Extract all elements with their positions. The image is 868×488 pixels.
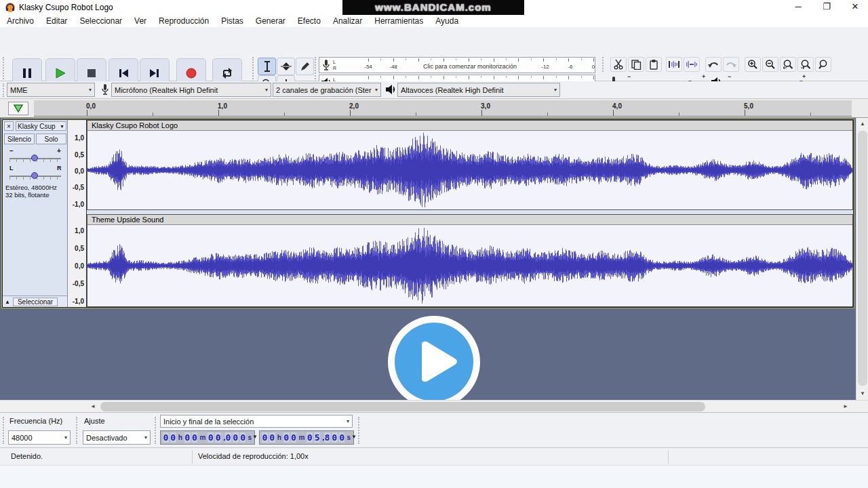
time-digit[interactable]: 0	[307, 432, 313, 443]
undo-button[interactable]	[705, 57, 722, 72]
monitoring-message[interactable]: Clic para comenzar monitorización	[423, 63, 517, 70]
scroll-down-icon[interactable]: ▼	[856, 388, 868, 400]
time-digit[interactable]: 0	[208, 432, 214, 443]
menu-ver[interactable]: Ver	[134, 16, 146, 26]
menu-ayuda[interactable]: Ayuda	[435, 16, 458, 26]
restore-button[interactable]: ❐	[815, 0, 838, 15]
time-grip	[358, 417, 359, 444]
selection-start-field[interactable]: 00h00m00.000s	[160, 430, 255, 445]
close-button[interactable]: ✕	[844, 0, 867, 15]
vertical-scroll-thumb[interactable]	[858, 131, 867, 386]
horizontal-scroll-thumb[interactable]	[100, 402, 705, 411]
time-digit[interactable]: 0	[291, 432, 297, 443]
solo-button[interactable]: Solo	[36, 134, 66, 144]
vertical-scale-ruler[interactable]: 1,0 0,5 0,0 -0,5 -1,0 1,0 0,5 0,0 -0,5 -…	[68, 120, 87, 307]
track-2-title[interactable]: Theme Upside Sound	[87, 215, 852, 225]
recording-meter[interactable]: L R -54 -48 Clic para comenzar monitoriz…	[319, 57, 595, 73]
time-digit[interactable]: 0	[192, 432, 198, 443]
silence-audio-button[interactable]	[684, 57, 700, 72]
time-digit[interactable]: 0	[215, 432, 221, 443]
vertical-scrollbar[interactable]: ▲ ▼	[856, 118, 868, 400]
time-digit[interactable]: 0	[283, 432, 290, 443]
time-digit[interactable]: 5	[314, 432, 320, 443]
minimize-button[interactable]: ─	[787, 0, 810, 15]
fit-project-button[interactable]	[797, 57, 814, 72]
time-digit[interactable]: 0	[339, 432, 345, 443]
audio-track-2[interactable]: Theme Upside Sound	[87, 214, 853, 307]
mute-button[interactable]: Silencio	[4, 134, 35, 144]
trim-audio-button[interactable]	[666, 57, 682, 72]
waveform-canvas-2[interactable]	[87, 225, 852, 306]
menu-efecto[interactable]: Efecto	[298, 16, 321, 26]
time-digit[interactable]: s	[347, 434, 351, 441]
paste-button[interactable]	[646, 57, 662, 72]
time-digit[interactable]: 0	[269, 432, 275, 443]
time-digit[interactable]: .	[222, 432, 224, 443]
audio-track-1[interactable]: Klasky Csupo Robot Logo	[87, 120, 853, 210]
time-digit[interactable]: 0	[225, 432, 231, 443]
edit-grip[interactable]	[602, 57, 604, 72]
cut-button[interactable]	[610, 57, 627, 72]
start-field-arrow-icon[interactable]: ▼	[252, 434, 258, 440]
waveform-canvas-1[interactable]	[87, 131, 852, 209]
redo-button[interactable]	[723, 57, 739, 72]
scroll-right-icon[interactable]: ►	[840, 401, 852, 413]
selection-grip[interactable]	[3, 417, 4, 444]
pan-left-label: L	[9, 165, 14, 171]
time-digit[interactable]: h	[178, 434, 182, 441]
recording-channels-dropdown[interactable]: 2 canales de grabación (Ster▾	[273, 83, 381, 97]
horizontal-scrollbar[interactable]: ◄ ►	[0, 400, 868, 412]
track-close-button[interactable]: ×	[4, 121, 14, 131]
selection-tool-button[interactable]	[258, 58, 276, 75]
time-digit[interactable]: 0	[184, 432, 191, 443]
menu-herramientas[interactable]: Herramientas	[374, 16, 423, 26]
recording-device-dropdown[interactable]: Micrófono (Realtek High Definit▾	[111, 83, 271, 97]
time-digit[interactable]: m	[298, 434, 304, 441]
menu-archivo[interactable]: Archivo	[7, 16, 34, 26]
selection-range-mode-dropdown[interactable]: Inicio y final de la selección▾	[160, 415, 353, 428]
gain-slider-thumb[interactable]	[31, 155, 38, 161]
envelope-tool-button[interactable]	[277, 58, 295, 75]
track-1-title[interactable]: Klasky Csupo Robot Logo	[87, 121, 852, 131]
menu-editar[interactable]: Editar	[46, 16, 67, 26]
playback-device-dropdown[interactable]: Altavoces (Realtek High Definit▾	[397, 83, 560, 97]
zoom-in-button[interactable]	[745, 57, 761, 72]
time-digit[interactable]: 0	[170, 432, 176, 443]
track-select-button[interactable]: ▲ Seleccionar	[3, 296, 67, 307]
snap-to-dropdown[interactable]: Desactivado▾	[83, 430, 151, 445]
draw-tool-button[interactable]	[296, 58, 314, 75]
scroll-left-icon[interactable]: ◄	[87, 401, 99, 413]
menu-generar[interactable]: Generar	[256, 16, 285, 26]
copy-button[interactable]	[628, 57, 644, 72]
zoom-toggle-button[interactable]	[815, 57, 831, 72]
video-play-overlay-button[interactable]	[387, 314, 481, 409]
selection-end-field[interactable]: 00h00m05.800s	[259, 430, 354, 445]
track-name-dropdown[interactable]: Klasky Csup▼	[16, 121, 66, 131]
timeline-ruler[interactable]: 0,0 1,0 2,0 3,0 4,0 5,0	[0, 99, 868, 118]
time-digit[interactable]: .	[321, 432, 323, 443]
time-digit[interactable]: 8	[324, 432, 330, 443]
time-digit[interactable]: 0	[240, 432, 246, 443]
time-digit[interactable]: 0	[163, 432, 169, 443]
menu-seleccionar[interactable]: Seleccionar	[79, 16, 122, 26]
audio-host-dropdown[interactable]: MME▾	[7, 83, 95, 97]
time-digit[interactable]: h	[277, 434, 281, 441]
menu-reproduccion[interactable]: Reproducción	[159, 16, 209, 26]
time-digit[interactable]: m	[199, 434, 205, 441]
timeline-scale[interactable]: 0,0 1,0 2,0 3,0 4,0 5,0	[34, 100, 852, 117]
time-digit[interactable]: 0	[262, 432, 268, 443]
rate-label: Frecuencia (Hz)	[9, 417, 62, 425]
time-digit[interactable]: 0	[332, 432, 338, 443]
zoom-out-button[interactable]	[762, 57, 778, 72]
menu-analizar[interactable]: Analizar	[333, 16, 362, 26]
timeline-pin-button[interactable]	[8, 102, 28, 115]
end-field-arrow-icon[interactable]: ▼	[351, 434, 357, 440]
device-grip[interactable]	[3, 83, 4, 97]
time-digit[interactable]: 0	[233, 432, 239, 443]
scroll-up-icon[interactable]: ▲	[856, 118, 868, 130]
pan-slider-thumb[interactable]	[31, 172, 38, 179]
menu-pistas[interactable]: Pistas	[221, 16, 243, 26]
fit-selection-button[interactable]	[780, 57, 796, 72]
project-rate-dropdown[interactable]: 48000▾	[8, 430, 71, 445]
time-digit[interactable]: s	[248, 434, 252, 441]
